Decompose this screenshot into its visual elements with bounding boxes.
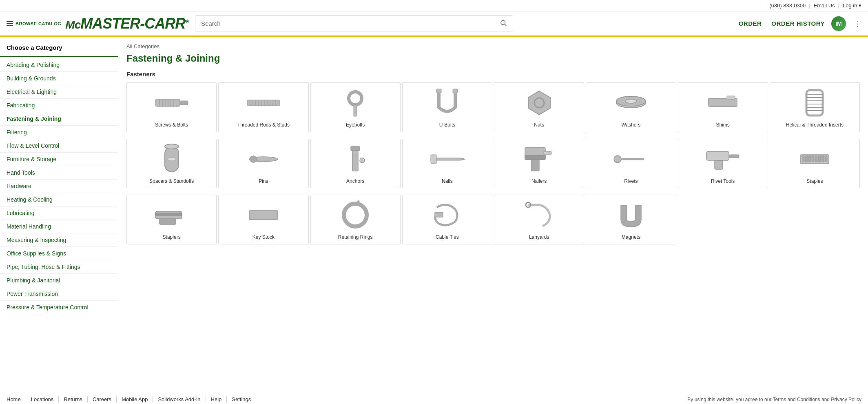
more-options-icon[interactable]: ⋮: [854, 19, 861, 28]
sidebar-item[interactable]: Office Supplies & Signs: [0, 247, 118, 260]
product-image: [613, 87, 649, 119]
product-label: Screws & Bolts: [155, 122, 188, 129]
product-item[interactable]: Spacers & Standoffs: [126, 139, 217, 189]
sidebar-item[interactable]: Hand Tools: [0, 166, 118, 180]
sidebar: Choose a Category Abrading & PolishingBu…: [0, 37, 118, 392]
product-image: [613, 143, 649, 175]
sidebar-item[interactable]: Pipe, Tubing, Hose & Fittings: [0, 260, 118, 274]
product-item[interactable]: Staplers: [126, 195, 217, 244]
product-label: Cable Ties: [436, 234, 459, 241]
phone-number: (630) 833-0300: [769, 2, 806, 9]
product-item[interactable]: Nails: [402, 139, 492, 189]
fasteners-row2: Spacers & StandoffsPinsAnchorsNailsNaile…: [126, 139, 860, 189]
email-us-link[interactable]: Email Us: [814, 2, 835, 9]
product-item[interactable]: U-Bolts: [402, 82, 492, 132]
footer-link[interactable]: Home: [7, 396, 26, 402]
product-image: [337, 87, 374, 119]
breadcrumb: All Categories: [126, 43, 860, 49]
svg-line-1: [505, 24, 506, 26]
product-image: [153, 87, 190, 119]
product-image: [704, 143, 741, 175]
product-item[interactable]: Nuts: [494, 82, 584, 132]
section-title: Fastening & Joining: [126, 53, 860, 64]
product-image: [245, 199, 282, 231]
product-item[interactable]: Lanyards: [494, 195, 584, 244]
logo-area: BROWSE CATALOG McMASTER-CARR®: [7, 16, 188, 31]
product-image: [613, 199, 649, 231]
product-item[interactable]: Rivet Tools: [678, 139, 768, 189]
main-content: All Categories Fastening & Joining Faste…: [118, 37, 868, 392]
footer-link[interactable]: Settings: [227, 396, 256, 402]
product-label: Rivet Tools: [711, 178, 735, 185]
product-item[interactable]: Pins: [218, 139, 308, 189]
sidebar-item[interactable]: Fabricating: [0, 99, 118, 112]
product-image: [245, 143, 282, 175]
product-item[interactable]: Shims: [678, 82, 768, 132]
sidebar-item[interactable]: Filtering: [0, 126, 118, 139]
sidebar-item[interactable]: Power Transmission: [0, 287, 118, 301]
product-item[interactable]: Staples: [770, 139, 860, 189]
product-item[interactable]: Screws & Bolts: [126, 82, 217, 132]
sidebar-item[interactable]: Lubricating: [0, 206, 118, 220]
fasteners-row3: StaplersKey StockRetaining RingsCable Ti…: [126, 195, 860, 244]
product-label: Key Stock: [252, 234, 275, 241]
footer-link[interactable]: Mobile App: [117, 396, 153, 402]
footer-link[interactable]: Locations: [26, 396, 59, 402]
order-history-link[interactable]: ORDER HISTORY: [771, 20, 825, 27]
product-label: Eyebolts: [346, 122, 365, 129]
user-avatar[interactable]: IM: [831, 16, 846, 31]
product-item[interactable]: Rivets: [586, 139, 676, 189]
product-item[interactable]: Nailers: [494, 139, 584, 189]
product-item[interactable]: Key Stock: [218, 195, 308, 244]
product-image: [796, 87, 833, 119]
product-item[interactable]: Helical & Threaded Inserts: [770, 82, 860, 132]
footer-link[interactable]: Solidworks Add-In: [153, 396, 206, 402]
product-image: [429, 87, 465, 119]
sidebar-item[interactable]: Pressure & Temperature Control: [0, 301, 118, 314]
product-label: Helical & Threaded Inserts: [786, 122, 844, 129]
product-label: Staplers: [163, 234, 181, 241]
product-item[interactable]: Anchors: [310, 139, 401, 189]
header: BROWSE CATALOG McMASTER-CARR® ORDER ORDE…: [0, 11, 868, 37]
product-item[interactable]: Washers: [586, 82, 676, 132]
footer-link[interactable]: Careers: [88, 396, 117, 402]
sidebar-item[interactable]: Fastening & Joining: [0, 112, 118, 126]
product-image: [429, 143, 465, 175]
product-label: Staples: [806, 178, 823, 185]
product-item[interactable]: Magnets: [586, 195, 676, 244]
sidebar-item[interactable]: Flow & Level Control: [0, 139, 118, 153]
browse-catalog-button[interactable]: BROWSE CATALOG: [7, 21, 61, 26]
footer: HomeLocationsReturnsCareersMobile AppSol…: [0, 392, 868, 404]
product-label: Nuts: [534, 122, 544, 129]
product-label: Lanyards: [529, 234, 549, 241]
sidebar-item[interactable]: Building & Grounds: [0, 72, 118, 85]
product-label: Shims: [716, 122, 729, 129]
product-label: Anchors: [346, 178, 364, 185]
sidebar-item[interactable]: Plumbing & Janitorial: [0, 274, 118, 287]
product-image: [245, 87, 282, 119]
product-item[interactable]: Threaded Rods & Studs: [218, 82, 308, 132]
sidebar-item[interactable]: Electrical & Lighting: [0, 85, 118, 99]
order-link[interactable]: ORDER: [739, 20, 762, 27]
sidebar-item[interactable]: Hardware: [0, 180, 118, 193]
product-item[interactable]: Retaining Rings: [310, 195, 401, 244]
search-button[interactable]: [494, 16, 513, 31]
subsection-label: Fasteners: [126, 71, 860, 78]
sidebar-item[interactable]: Abrading & Polishing: [0, 58, 118, 72]
sidebar-item[interactable]: Material Handling: [0, 220, 118, 233]
login-link[interactable]: Log in ▾: [843, 2, 861, 9]
search-input[interactable]: [195, 16, 494, 31]
product-image: [521, 143, 558, 175]
sidebar-item[interactable]: Heating & Cooling: [0, 193, 118, 206]
sidebar-item[interactable]: Measuring & Inspecting: [0, 233, 118, 247]
footer-link[interactable]: Help: [206, 396, 227, 402]
sidebar-item[interactable]: Furniture & Storage: [0, 153, 118, 166]
product-item[interactable]: Eyebolts: [310, 82, 401, 132]
sidebar-items: Abrading & PolishingBuilding & GroundsEl…: [0, 58, 118, 314]
site-logo[interactable]: McMASTER-CARR®: [65, 16, 188, 31]
product-image: [521, 87, 558, 119]
product-label: Washers: [621, 122, 640, 129]
product-item[interactable]: Cable Ties: [402, 195, 492, 244]
search-bar: [195, 16, 513, 31]
footer-link[interactable]: Returns: [59, 396, 88, 402]
